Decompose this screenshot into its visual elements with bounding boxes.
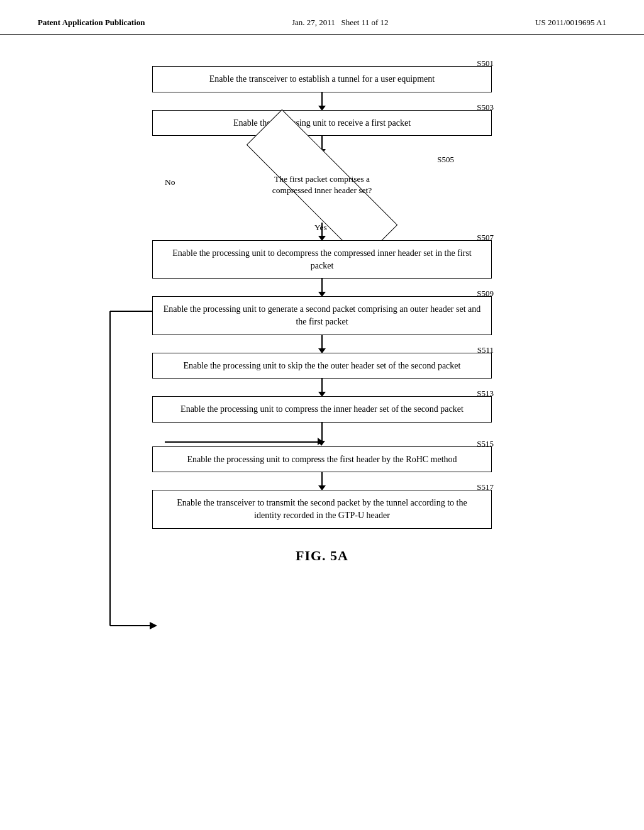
s505-text: The first packet comprises a compressed …: [259, 174, 385, 196]
arrow-s515-s517: [321, 472, 323, 490]
s501-text: Enable the transceiver to establish a tu…: [209, 74, 435, 84]
arrow-s501-s503: [321, 92, 323, 110]
patent-number: US 2011/0019695 A1: [535, 18, 606, 28]
s505-no-label: No: [165, 177, 175, 187]
step-s503: S503 Enable the processing unit to recei…: [152, 110, 492, 136]
s503-text: Enable the processing unit to receive a …: [233, 118, 411, 128]
s517-label: S517: [477, 482, 494, 493]
publication-label: Patent Application Publication: [38, 18, 145, 28]
s507-label: S507: [477, 232, 494, 243]
fig-title: FIG. 5A: [296, 548, 348, 564]
s509-label: S509: [477, 288, 494, 299]
arrow-s511-s513: [321, 379, 323, 396]
date-sheet: Jan. 27, 2011 Sheet 11 of 12: [292, 18, 389, 28]
page-header: Patent Application Publication Jan. 27, …: [0, 0, 644, 35]
step-s511: S511 Enable the processing unit to skip …: [152, 353, 492, 379]
step-s505: The first packet comprises a compressed …: [152, 153, 492, 216]
s511-text: Enable the processing unit to skip the t…: [184, 361, 461, 370]
s513-text: Enable the processing unit to compress t…: [180, 404, 464, 414]
s505-yes-label: Yes: [314, 223, 327, 233]
date: Jan. 27, 2011: [292, 18, 335, 27]
s513-label: S513: [477, 388, 494, 399]
s515-label: S515: [477, 438, 494, 450]
step-s517: S517 Enable the transceiver to transmit …: [152, 490, 492, 528]
s515-text: Enable the processing unit to compress t…: [187, 455, 457, 464]
diagram-container: S501 Enable the transceiver to establish…: [0, 35, 644, 583]
step-s501: S501 Enable the transceiver to establish…: [152, 66, 492, 92]
s503-label: S503: [477, 102, 494, 113]
s509-text: Enable the processing unit to generate a…: [164, 304, 481, 326]
s517-text: Enable the transceiver to transmit the s…: [177, 498, 467, 520]
flowchart: S501 Enable the transceiver to establish…: [140, 60, 504, 529]
s507-text: Enable the processing unit to decompress…: [172, 248, 471, 270]
s505-label: S505: [437, 155, 454, 165]
s511-label: S511: [477, 345, 494, 356]
step-s509: S509 Enable the processing unit to gener…: [152, 296, 492, 335]
arrow-s507-s509: [321, 279, 323, 296]
arrow-s509-s511: [321, 335, 323, 353]
step-s513: S513 Enable the processing unit to compr…: [152, 396, 492, 423]
step-s507: S507 Enable the processing unit to decom…: [152, 240, 492, 279]
svg-marker-3: [150, 622, 157, 629]
step-s515: S515 Enable the processing unit to compr…: [152, 446, 492, 473]
s501-label: S501: [477, 58, 494, 69]
arrow-s513-s515: [152, 423, 492, 446]
sheet: Sheet 11 of 12: [341, 18, 389, 27]
